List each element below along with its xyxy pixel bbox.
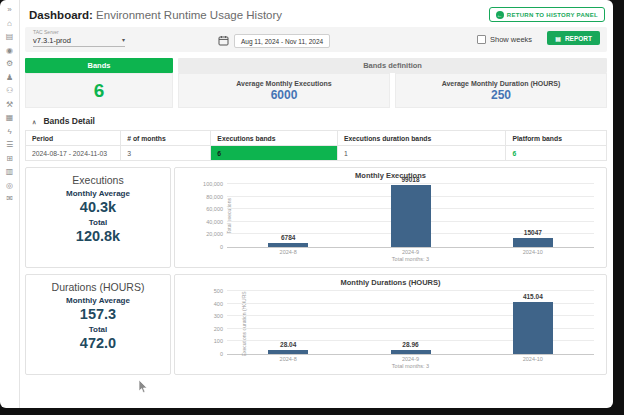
y-tick-label: 100 bbox=[183, 338, 223, 344]
bar-value-label: 6784 bbox=[258, 234, 318, 241]
col-executions-bands: Executions bands bbox=[211, 131, 338, 146]
y-tick-label: 0 bbox=[183, 244, 223, 250]
return-to-history-label: RETURN TO HISTORY PANEL bbox=[507, 12, 598, 18]
cell-platform-bands: 6 bbox=[506, 146, 607, 161]
executions-total-value: 120.8k bbox=[26, 228, 170, 244]
filters-toolbar: TAC Server v7.3.1-prod ▾ Aug 11, 2024 - … bbox=[25, 27, 607, 52]
durations-row: Durations (HOURS) Monthly Average 157.3 … bbox=[25, 274, 607, 375]
bar-value-label: 28.04 bbox=[258, 341, 318, 348]
y-tick-label: 200 bbox=[183, 326, 223, 332]
date-range-input[interactable]: Aug 11, 2024 - Nov 11, 2024 bbox=[234, 34, 330, 48]
y-tick-label: 20,000 bbox=[183, 231, 223, 237]
executions-avg-value: 40.3k bbox=[26, 199, 170, 215]
executions-avg-label: Monthly Average bbox=[26, 189, 170, 198]
app-window: »⌂▤◉⚙♟⚇⚒▦ϟ☰⊞▥◎✉ Dashboard: Environment R… bbox=[0, 0, 613, 408]
monitoring-icon[interactable]: ◎ bbox=[6, 179, 13, 193]
users-icon[interactable]: ⚇ bbox=[6, 84, 13, 98]
show-weeks-label: Show weeks bbox=[490, 35, 532, 44]
bands-card: Bands 6 bbox=[25, 58, 173, 108]
bands-definition: Bands definition Average Monthly Executi… bbox=[178, 58, 607, 108]
y-tick-label: 100,000 bbox=[183, 181, 223, 187]
x-tick-label: 2024-10 bbox=[488, 249, 578, 256]
executions-title: Executions bbox=[26, 174, 170, 186]
table-header-row: Period # of months Executions bands Exec… bbox=[26, 131, 607, 146]
avg-monthly-duration-card: Average Monthly Duration (HOURS) 250 bbox=[395, 73, 607, 108]
modules-icon[interactable]: ⊞ bbox=[6, 152, 13, 166]
y-tick-label: 300 bbox=[183, 313, 223, 319]
license-icon[interactable]: ▤ bbox=[6, 30, 14, 44]
cell-executions-bands: 6 bbox=[211, 146, 338, 161]
chat-icon[interactable]: ✉ bbox=[6, 192, 13, 206]
home-icon[interactable]: ⌂ bbox=[7, 17, 12, 31]
bar-2024-10 bbox=[513, 302, 553, 354]
bands-detail-title: Bands Detail bbox=[43, 116, 95, 126]
bar-value-label: 15047 bbox=[503, 229, 563, 236]
col-executions-duration-bands: Executions duration bands bbox=[337, 131, 505, 146]
x-axis-sublabel: Total months: 3 bbox=[366, 363, 456, 370]
flash-icon[interactable]: ϟ bbox=[7, 125, 11, 139]
chart-plot-area: Total executions020,00040,00060,00080,00… bbox=[227, 184, 594, 248]
bands-detail-table: Period # of months Executions bands Exec… bbox=[25, 130, 607, 161]
return-to-history-button[interactable]: ← RETURN TO HISTORY PANEL bbox=[489, 7, 605, 22]
y-tick-label: 500 bbox=[183, 288, 223, 294]
report-doc-icon: ▤ bbox=[555, 35, 561, 42]
show-weeks-checkbox[interactable] bbox=[477, 35, 486, 44]
x-tick-label: 2024-8 bbox=[243, 249, 333, 256]
tools-icon[interactable]: ⚒ bbox=[6, 98, 13, 112]
bar-2024-10 bbox=[513, 238, 553, 247]
tac-server-label: TAC Server bbox=[33, 29, 125, 35]
bands-detail-section: ∧ Bands Detail Period # of months Execut… bbox=[25, 115, 607, 161]
globe-icon[interactable]: ◉ bbox=[6, 44, 13, 58]
left-sidebar: »⌂▤◉⚙♟⚇⚒▦ϟ☰⊞▥◎✉ bbox=[0, 0, 20, 408]
chevron-down-icon: ▾ bbox=[122, 36, 125, 45]
x-tick-label: 2024-9Total months: 3 bbox=[366, 249, 456, 263]
bar-2024-9 bbox=[391, 350, 431, 354]
monthly-durations-chart-title: Monthly Durations (HOURS) bbox=[175, 278, 606, 287]
durations-avg-label: Monthly Average bbox=[26, 296, 170, 305]
executions-row: Executions Monthly Average 40.3k Total 1… bbox=[25, 167, 607, 268]
monthly-durations-chart: Monthly Durations (HOURS) Executions dur… bbox=[174, 274, 607, 375]
y-tick-label: 80,000 bbox=[183, 194, 223, 200]
y-tick-label: 40,000 bbox=[183, 219, 223, 225]
x-tick-label: 2024-10 bbox=[488, 356, 578, 363]
table-row: 2024-08-17 - 2024-11-03 3 6 1 6 bbox=[26, 146, 607, 161]
bands-detail-toggle[interactable]: ∧ Bands Detail bbox=[25, 115, 607, 130]
calendar-icon[interactable] bbox=[218, 32, 229, 50]
bands-summary: Bands 6 Bands definition Average Monthly… bbox=[25, 58, 607, 108]
col-period: Period bbox=[26, 131, 121, 146]
main-area: Dashboard: Environment Runtime Usage His… bbox=[20, 0, 613, 408]
bands-count-value: 6 bbox=[25, 73, 173, 108]
show-weeks-group: Show weeks bbox=[477, 35, 532, 44]
x-tick-label: 2024-9Total months: 3 bbox=[366, 356, 456, 370]
durations-total-label: Total bbox=[26, 325, 170, 334]
durations-stat-card: Durations (HOURS) Monthly Average 157.3 … bbox=[25, 274, 171, 375]
report-button[interactable]: ▤ REPORT bbox=[547, 31, 600, 45]
expand-sidebar-icon[interactable]: » bbox=[7, 3, 11, 17]
bands-definition-header: Bands definition bbox=[178, 58, 607, 73]
bar-value-label: 99018 bbox=[381, 176, 441, 183]
tac-server-select[interactable]: TAC Server v7.3.1-prod ▾ bbox=[33, 29, 125, 47]
chart-plot-area: Executions duration (HOURS)0100200300400… bbox=[227, 291, 594, 355]
collapse-chevron-icon: ∧ bbox=[32, 118, 36, 125]
durations-title: Durations (HOURS) bbox=[26, 281, 170, 293]
executions-stat-card: Executions Monthly Average 40.3k Total 1… bbox=[25, 167, 171, 268]
back-arrow-icon: ← bbox=[496, 11, 504, 19]
avg-monthly-executions-label: Average Monthly Executions bbox=[236, 80, 331, 87]
user-icon[interactable]: ♟ bbox=[6, 71, 13, 85]
tac-server-value: v7.3.1-prod bbox=[33, 36, 71, 45]
y-axis-label: Executions duration (HOURS) bbox=[241, 289, 247, 356]
page-title-text: Environment Runtime Usage History bbox=[93, 9, 282, 21]
col-platform-bands: Platform bands bbox=[506, 131, 607, 146]
y-tick-label: 0 bbox=[183, 351, 223, 357]
gridline bbox=[227, 290, 594, 291]
y-tick-label: 60,000 bbox=[183, 206, 223, 212]
settings-icon[interactable]: ⚙ bbox=[6, 57, 13, 71]
y-axis-label: Total executions bbox=[226, 198, 232, 234]
files-icon[interactable]: ▥ bbox=[6, 165, 14, 179]
bar-2024-9 bbox=[391, 185, 431, 247]
avg-monthly-duration-value: 250 bbox=[491, 88, 511, 102]
bar-2024-8 bbox=[268, 350, 308, 354]
projects-icon[interactable]: ▦ bbox=[6, 111, 14, 125]
avg-monthly-executions-card: Average Monthly Executions 6000 bbox=[178, 73, 390, 108]
tasks-icon[interactable]: ☰ bbox=[6, 138, 13, 152]
